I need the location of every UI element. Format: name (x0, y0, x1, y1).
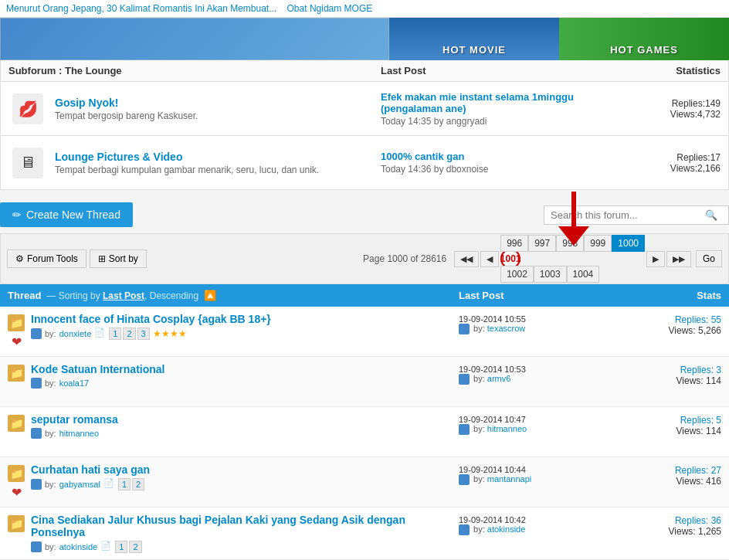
thread-title[interactable]: Kode Satuan International (31, 363, 459, 375)
thread-replies: Replies: 55 (598, 314, 721, 325)
lp-author-link[interactable]: mantannapi (487, 474, 532, 484)
subforum-title-link[interactable]: Lounge Pictures & Video (55, 151, 182, 163)
subforum-row: 💋 Gosip Nyok! Tempat bergosip bareng Kas… (0, 82, 729, 136)
page-btn-1000[interactable]: 1000 (612, 235, 645, 252)
thread-title-link[interactable]: Innocent face of Hinata Cosplay {agak BB… (31, 313, 271, 325)
subforum-icon-img: 💋 (12, 93, 43, 124)
thread-title[interactable]: Curhatan hati saya gan (31, 463, 459, 476)
page-btn-996[interactable]: 996 (500, 235, 528, 252)
create-thread-button[interactable]: ✏ Create New Thread (0, 202, 133, 227)
subforum-title-link[interactable]: Gosip Nyok! (55, 97, 118, 109)
lp-by: by: armv6 (459, 374, 598, 385)
sort-direction-icon[interactable]: 🔼 (204, 290, 216, 301)
thread-page-link[interactable]: 2 (129, 541, 141, 553)
lp-date: 19-09-2014 10:42 (459, 515, 598, 524)
sort-button[interactable]: ⊞ Sort by (90, 249, 147, 268)
stars: ★★★★ (153, 328, 187, 339)
thread-replies-link[interactable]: Replies: 55 (675, 314, 721, 325)
pagination-controls: Page 1000 of 28616 ◀◀ ◀ 9969979989991000… (363, 238, 722, 280)
lastpost-title-link[interactable]: Efek makan mie instant selama 1minggu (p… (381, 91, 574, 114)
thread-title[interactable]: seputar romansa (31, 413, 459, 426)
thread-author[interactable]: donxiete (59, 329, 92, 338)
subforum-col-lastpost: Last Post (381, 65, 597, 76)
thread-row: 📁 Cina Sediakan Jalur Khusus bagi Pejala… (0, 507, 729, 560)
page-info: Page 1000 of 28616 (363, 253, 446, 264)
subforum-info: Lounge Pictures & Video Tempat berbagi k… (47, 151, 381, 175)
thread-page-link[interactable]: 2 (123, 328, 135, 340)
thread-page-link[interactable]: 1 (109, 328, 121, 340)
lp-by: by: texascrow (459, 324, 598, 334)
thread-title-link[interactable]: Kode Satuan International (31, 363, 164, 375)
page-btn-1003[interactable]: 1003 (534, 266, 567, 283)
lp-icon (459, 474, 470, 485)
lastpost-title-link[interactable]: 1000% cantik gan (381, 151, 464, 162)
thread-icons: 📁 (8, 413, 25, 432)
subforum-icon: 💋 (8, 93, 47, 124)
thread-author[interactable]: koala17 (59, 378, 90, 388)
page-btn-1004[interactable]: 1004 (567, 266, 600, 283)
go-button[interactable]: Go (696, 250, 722, 267)
thread-replies-link[interactable]: Replies: 36 (675, 515, 721, 526)
prev-page-btn[interactable]: ◀ (480, 251, 499, 267)
last-page-btn[interactable]: ▶▶ (666, 251, 691, 267)
page-btn-997[interactable]: 997 (528, 235, 556, 252)
thread-icons: 📁 ❤ (8, 313, 25, 349)
thread-author[interactable]: atokinside (59, 542, 98, 552)
thread-title-link[interactable]: seputar romansa (31, 413, 118, 426)
lp-author-link[interactable]: atokinside (487, 524, 526, 534)
thread-author[interactable]: hitmanneo (59, 429, 99, 438)
subscribe-icon (31, 541, 42, 552)
subforum-stats: Replies:17 Views:2,166 (597, 152, 721, 174)
subforum-views: Views:4,732 (597, 109, 721, 120)
first-page-btn[interactable]: ◀◀ (454, 251, 479, 267)
thread-views: Views: 5,266 (598, 325, 721, 336)
thread-page-links: 📄 12 (103, 478, 144, 490)
forum-tools-button[interactable]: ⚙ Forum Tools (7, 249, 86, 268)
subscribe-icon (31, 479, 42, 490)
page-btn-998[interactable]: 998 (556, 235, 584, 252)
subforum-row: 🖥 Lounge Pictures & Video Tempat berbagi… (0, 136, 729, 190)
banner-hot-movie[interactable]: HOT MOVIE (389, 18, 559, 60)
thread-title[interactable]: Cina Sediakan Jalur Khusus bagi Pejalan … (31, 514, 459, 538)
thread-page-link[interactable]: 2 (132, 478, 144, 490)
top-link-1[interactable]: Menurut Orang Jepang, 30 Kalimat Romanti… (6, 3, 276, 14)
thread-replies: Replies: 36 (598, 515, 721, 526)
thread-title-link[interactable]: Curhatan hati saya gan (31, 463, 150, 476)
next-page-btn[interactable]: ▶ (646, 251, 665, 267)
subforum-lastpost-title[interactable]: 1000% cantik gan (381, 151, 597, 162)
search-input[interactable] (551, 209, 705, 221)
thread-title-link[interactable]: Cina Sediakan Jalur Khusus bagi Pejalan … (31, 514, 405, 538)
subforum-lastpost-title[interactable]: Efek makan mie instant selama 1minggu (p… (381, 91, 597, 114)
lp-author-link[interactable]: hitmanneo (487, 424, 527, 433)
lp-date: 19-09-2014 10:47 (459, 415, 598, 424)
subforum-desc: Tempat bergosip bareng Kaskuser. (55, 110, 373, 121)
thread-replies-link[interactable]: Replies: 5 (680, 415, 721, 426)
thread-title[interactable]: Innocent face of Hinata Cosplay {agak BB… (31, 313, 459, 325)
lp-author-link[interactable]: texascrow (487, 324, 526, 333)
thread-page-link[interactable]: 1 (115, 541, 127, 553)
subscribe-icon (31, 378, 42, 389)
lp-author-link[interactable]: armv6 (487, 374, 511, 383)
page-btn-999[interactable]: 999 (584, 235, 612, 252)
thread-page-links: 📄 12 (100, 541, 141, 553)
subforum-desc: Tempat berbagi kumpulan gambar menarik, … (55, 165, 373, 175)
thread-lastpost: 19-09-2014 10:55 by: texascrow (459, 313, 598, 334)
search-icon[interactable]: 🔍 (705, 209, 717, 221)
thread-author-prefix: by: (45, 378, 56, 388)
thread-replies-link[interactable]: Replies: 3 (680, 365, 721, 375)
forum-tools-label: Forum Tools (27, 253, 78, 264)
thread-author-prefix: by: (45, 542, 56, 552)
sorting-info: — Sorting by Last Post, Descending (44, 290, 201, 301)
thread-author[interactable]: gabyamsal (59, 480, 100, 489)
subforum-title[interactable]: Gosip Nyok! (55, 97, 373, 109)
banner-left (0, 18, 389, 60)
banner-hot-games[interactable]: HOT GAMES (559, 18, 729, 60)
top-link-2[interactable]: Obat Ngidam MOGE (287, 3, 373, 14)
thread-replies-link[interactable]: Replies: 27 (675, 465, 721, 476)
page-btn-1002[interactable]: 1002 (500, 266, 534, 283)
subforum-title[interactable]: Lounge Pictures & Video (55, 151, 373, 163)
lp-date: 19-09-2014 10:53 (459, 365, 598, 374)
thread-page-link[interactable]: 3 (137, 328, 150, 340)
thread-author-prefix: by: (45, 480, 56, 489)
thread-page-link[interactable]: 1 (118, 478, 131, 490)
